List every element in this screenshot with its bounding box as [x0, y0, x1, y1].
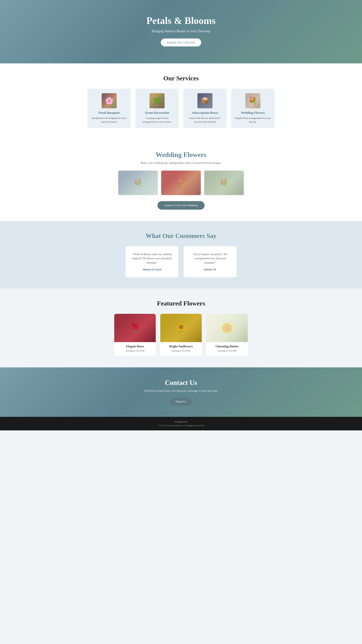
- hero-subtitle: Bringing Nature's Beauty to Your Doorste…: [4, 29, 358, 33]
- contact-subtitle: We'd love to hear from you! Drop us a me…: [7, 389, 355, 392]
- service-image-3: 💐: [245, 93, 260, 108]
- hero-section: Petals & Blooms Bringing Nature's Beauty…: [0, 0, 362, 64]
- contact-title: Contact Us: [7, 379, 355, 387]
- wedding-gallery-image-2: 💐: [204, 170, 244, 195]
- featured-name-0: Elegant Roses: [114, 345, 156, 348]
- service-card-1: 🌿 Event Decoration Creating magical flor…: [135, 89, 179, 128]
- footer-copyright: © 2024 Petals & Blooms | All Rights Rese…: [3, 424, 359, 427]
- services-section: Our Services 🌸 Fresh Bouquets Handpicked…: [0, 64, 362, 140]
- testimonial-author-0: Ahmed & Aseel: [131, 268, 173, 271]
- wedding-section: Wedding Flowers Make your wedding day un…: [0, 140, 362, 221]
- service-description-2: Enjoy fresh flowers delivered to your do…: [187, 116, 223, 124]
- contact-section: Contact Us We'd love to hear from you! D…: [0, 368, 362, 417]
- testimonials-title: What Our Customers Say: [7, 232, 355, 240]
- services-title: Our Services: [7, 75, 355, 82]
- service-name-0: Fresh Bouquets: [91, 111, 127, 115]
- wedding-title: Wedding Flowers: [7, 151, 355, 159]
- service-card-2: 📦 Subscription Boxes Enjoy fresh flowers…: [183, 89, 227, 128]
- service-card-0: 🌸 Fresh Bouquets Handpicked and designed…: [87, 89, 131, 128]
- featured-card-2: 🌼 Charming Daisies Starting at EGP490: [206, 314, 248, 356]
- testimonial-author-1: Sohaila M.: [189, 268, 231, 271]
- service-card-3: 💐 Wedding Flowers Elegant floral arrange…: [231, 89, 275, 128]
- wedding-subtitle: Make your wedding day unforgettable with…: [7, 161, 355, 164]
- explore-collection-button[interactable]: Explore Our Collection: [161, 38, 201, 46]
- wedding-gallery-image-0: 💐: [118, 170, 158, 195]
- featured-image-1: 🌻: [160, 314, 202, 342]
- wedding-contact-button[interactable]: Contact Us for Your Wedding: [157, 201, 205, 210]
- services-grid: 🌸 Fresh Bouquets Handpicked and designed…: [77, 89, 285, 128]
- wedding-gallery: 💐💐💐: [96, 170, 266, 195]
- featured-price-2: Starting at EGP490: [206, 349, 248, 352]
- testimonials-grid: "Petals & Blooms made our wedding magica…: [96, 246, 266, 277]
- featured-card-1: 🌻 Bright Sunflowers Starting at EGP420: [160, 314, 202, 356]
- featured-title: Featured Flowers: [7, 300, 355, 307]
- testimonial-quote-0: "Petals & Blooms made our wedding magica…: [131, 252, 173, 265]
- featured-price-1: Starting at EGP420: [160, 349, 202, 352]
- testimonial-quote-1: "Every bouquet was perfect. The arrangem…: [189, 252, 231, 265]
- testimonial-card-0: "Petals & Blooms made our wedding magica…: [126, 246, 178, 277]
- email-button[interactable]: Email Us: [170, 398, 192, 406]
- service-image-0: 🌸: [102, 93, 117, 108]
- service-name-2: Subscription Boxes: [187, 111, 223, 115]
- hero-title: Petals & Blooms: [4, 15, 358, 26]
- featured-name-2: Charming Daisies: [206, 345, 248, 348]
- featured-price-0: Starting at EGP300: [114, 349, 156, 352]
- service-description-0: Handpicked and designed for every specia…: [91, 116, 127, 124]
- testimonials-section: What Our Customers Say "Petals & Blooms …: [0, 221, 362, 288]
- footer: mostaqi.com © 2024 Petals & Blooms | All…: [0, 417, 362, 430]
- service-image-2: 📦: [197, 93, 213, 108]
- footer-brand: mostaqi.com: [3, 420, 359, 423]
- featured-section: Featured Flowers 🌹 Elegant Roses Startin…: [0, 288, 362, 368]
- featured-grid: 🌹 Elegant Roses Starting at EGP300 🌻 Bri…: [96, 314, 266, 356]
- featured-image-0: 🌹: [114, 314, 156, 342]
- service-name-3: Wedding Flowers: [235, 111, 271, 115]
- service-description-3: Elegant floral arrangements for your big…: [235, 116, 271, 124]
- service-name-1: Event Decoration: [139, 111, 175, 115]
- wedding-gallery-image-1: 💐: [161, 170, 201, 195]
- service-description-1: Creating magical floral arrangements for…: [139, 116, 175, 124]
- service-image-1: 🌿: [149, 93, 165, 108]
- featured-name-1: Bright Sunflowers: [160, 345, 202, 348]
- featured-image-2: 🌼: [206, 314, 248, 342]
- testimonial-card-1: "Every bouquet was perfect. The arrangem…: [184, 246, 236, 277]
- featured-card-0: 🌹 Elegant Roses Starting at EGP300: [114, 314, 156, 356]
